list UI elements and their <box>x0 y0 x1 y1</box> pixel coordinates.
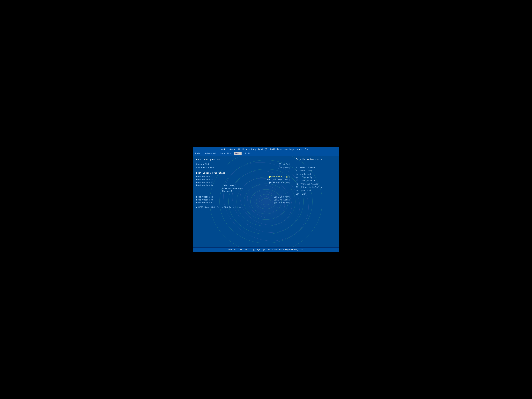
lan-remote-boot-value: [Disabled] <box>278 167 290 169</box>
nav-item-exit[interactable]: Exit <box>244 152 251 155</box>
header-title: Aptio Setup Utility – Copyright (C) 2018… <box>221 148 311 151</box>
bbs-label: UEFI Hard Disk Drive BBS Priorities <box>198 206 241 209</box>
key-f2-desc: Previous Values <box>301 183 318 185</box>
nav-item-advanced[interactable]: Advanced <box>204 152 217 155</box>
boot-option-7-row[interactable]: Boot Option #7 [UEFI CD/DVD] <box>196 202 290 204</box>
boot-option-4-row[interactable]: Boot Option #4 [UEFI HardDisk:Windows Bo… <box>196 184 290 193</box>
boot-option-7-label: Boot Option #7 <box>196 202 213 204</box>
key-f4-key: F4: <box>296 190 301 192</box>
key-help-change-opt: +/-: Change Opt. <box>296 176 336 179</box>
key-select-screen-key: ↔: <box>296 166 300 169</box>
lan-remote-boot-row[interactable]: LAN Remote Boot [Disabled] <box>196 167 290 169</box>
boot-option-4-label: Boot Option #4 <box>196 184 222 193</box>
footer-text: Version 2.20.1271. Copyright (C) 2018 Am… <box>228 248 305 251</box>
nav-item-security[interactable]: Security <box>219 152 232 155</box>
boot-option-3-value: [UEFI USB CD/DVD] <box>269 181 290 184</box>
key-help-select-item: ↕: Select Item <box>296 169 336 172</box>
key-select-item-desc: Select Item <box>300 170 312 172</box>
boot-option-5-value: [UEFI USB Key] <box>273 196 290 198</box>
key-help-list: ↔: Select Screen ↕: Select Item Enter: S… <box>296 166 336 196</box>
boot-option-2-row[interactable]: Boot Option #2 [UEFI USB Hard Disk] <box>196 178 290 181</box>
boot-option-7-value: [UEFI CD/DVD] <box>274 202 290 204</box>
key-help-f4: F4: Save & Exit <box>296 189 336 192</box>
key-esc-desc: Exit <box>302 193 307 195</box>
left-panel: Boot Configuration Launch CSM [Disable] … <box>193 156 293 247</box>
nav-item-boot[interactable]: Boot <box>234 152 241 155</box>
key-enter-desc: Select <box>304 173 311 175</box>
boot-option-1-label: Boot Option #1 <box>196 176 213 178</box>
nav-bar: Main Advanced Security Boot Exit <box>193 152 339 156</box>
boot-option-1-row[interactable]: Boot Option #1 [UEFI USB Floppy] <box>196 176 290 178</box>
launch-csm-value: [Disable] <box>279 163 290 166</box>
help-text: Sets the system boot or <box>296 158 336 161</box>
key-help-f2: F2: Previous Values <box>296 183 336 186</box>
key-change-opt-desc: Change Opt. <box>302 176 315 179</box>
key-help-f3: F3: Optimized Defaults <box>296 186 336 189</box>
header-bar: Aptio Setup Utility – Copyright (C) 2018… <box>193 147 339 152</box>
key-f2-key: F2: <box>296 183 301 185</box>
key-f1-desc: General Help <box>301 180 315 182</box>
key-help-esc: ESC: Exit <box>296 192 336 196</box>
key-f3-desc: Optimized Defaults <box>301 186 322 189</box>
boot-option-1-value: [UEFI USB Floppy] <box>269 176 290 178</box>
boot-option-4-value: [UEFI HardDisk:Windows BootManager] <box>222 184 243 193</box>
bbs-priorities[interactable]: ▶ UEFI Hard Disk Drive BBS Priorities <box>196 206 290 209</box>
footer-bar: Version 2.20.1271. Copyright (C) 2018 Am… <box>193 247 339 252</box>
key-select-screen-desc: Select Screen <box>300 166 315 169</box>
key-change-opt-key: +/-: <box>296 176 302 179</box>
key-esc-key: ESC: <box>296 193 302 195</box>
lan-remote-boot-label: LAN Remote Boot <box>196 167 215 169</box>
boot-option-5-row[interactable]: Boot Option #5 [UEFI USB Key] <box>196 196 290 198</box>
boot-option-3-row[interactable]: Boot Option #3 [UEFI USB CD/DVD] <box>196 181 290 184</box>
section-title: Boot Configuration <box>196 158 290 161</box>
key-select-item-key: ↕: <box>296 170 300 172</box>
key-f3-key: F3: <box>296 186 301 189</box>
launch-csm-row[interactable]: Launch CSM [Disable] <box>196 163 290 166</box>
priorities-title: Boot Option Priorities <box>196 172 290 174</box>
boot-option-6-value: [UEFI Network] <box>273 199 290 201</box>
key-enter-key: Enter: <box>296 173 304 175</box>
bios-screen: Aptio Setup Utility – Copyright (C) 2018… <box>193 147 339 252</box>
boot-option-6-label: Boot Option #6 <box>196 199 213 201</box>
boot-option-2-value: [UEFI USB Hard Disk] <box>265 178 290 181</box>
key-help-f1: F1: General Help <box>296 179 336 183</box>
launch-csm-label: Launch CSM <box>196 163 209 166</box>
key-f1-key: F1: <box>296 180 301 182</box>
main-content: Boot Configuration Launch CSM [Disable] … <box>193 156 339 247</box>
nav-item-main[interactable]: Main <box>194 152 202 155</box>
key-f4-desc: Save & Exit <box>301 190 314 192</box>
separator-line <box>296 164 336 164</box>
boot-option-3-label: Boot Option #3 <box>196 181 213 184</box>
key-help-select-screen: ↔: Select Screen <box>296 166 336 169</box>
right-panel: Sets the system boot or ↔: Select Screen… <box>293 156 339 247</box>
boot-option-5-label: Boot Option #5 <box>196 196 213 198</box>
triangle-icon: ▶ <box>196 206 197 209</box>
boot-option-2-label: Boot Option #2 <box>196 178 213 181</box>
boot-option-6-row[interactable]: Boot Option #6 [UEFI Network] <box>196 199 290 201</box>
key-help-enter: Enter: Select <box>296 173 336 176</box>
